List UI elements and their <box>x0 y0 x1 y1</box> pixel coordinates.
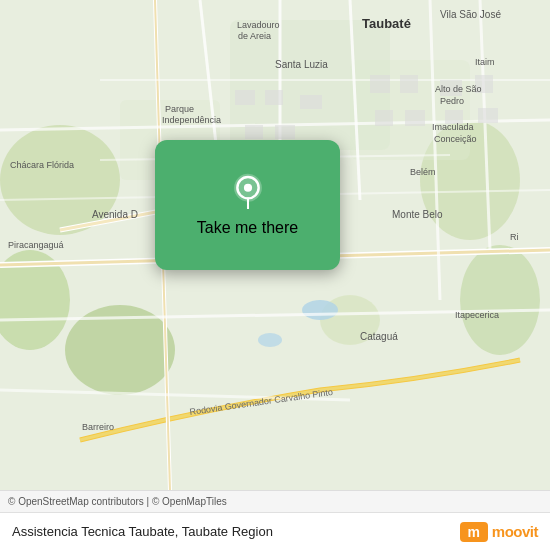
attribution-text: © OpenStreetMap contributors | © OpenMap… <box>8 496 227 507</box>
attribution-bar: © OpenStreetMap contributors | © OpenMap… <box>0 490 550 512</box>
svg-text:Vila São José: Vila São José <box>440 9 501 20</box>
location-pin-icon <box>230 173 266 209</box>
svg-text:Monte Belo: Monte Belo <box>392 209 443 220</box>
svg-rect-37 <box>275 125 295 139</box>
svg-point-67 <box>243 184 251 192</box>
svg-text:Independência: Independência <box>162 115 221 125</box>
svg-text:Parque: Parque <box>165 104 194 114</box>
location-title: Assistencia Tecnica Taubate, Taubate Reg… <box>12 524 273 539</box>
svg-rect-31 <box>300 95 322 109</box>
svg-point-8 <box>258 333 282 347</box>
svg-text:Pedro: Pedro <box>440 96 464 106</box>
svg-rect-39 <box>405 110 425 126</box>
svg-text:Alto de São: Alto de São <box>435 84 482 94</box>
svg-text:Itaim: Itaim <box>475 57 495 67</box>
svg-rect-32 <box>370 75 390 93</box>
svg-text:Cataguá: Cataguá <box>360 331 398 342</box>
svg-text:Taubaté: Taubaté <box>362 16 411 31</box>
svg-rect-38 <box>375 110 393 126</box>
svg-text:Lavadouro: Lavadouro <box>237 20 280 30</box>
svg-text:Imaculada: Imaculada <box>432 122 474 132</box>
svg-text:Barreiro: Barreiro <box>82 422 114 432</box>
svg-point-7 <box>302 300 338 320</box>
svg-text:Chácara Flórida: Chácara Flórida <box>10 160 74 170</box>
svg-text:Conceição: Conceição <box>434 134 477 144</box>
svg-rect-33 <box>400 75 418 93</box>
title-bar: Assistencia Tecnica Taubate, Taubate Reg… <box>0 512 550 550</box>
svg-rect-36 <box>245 125 263 139</box>
svg-text:Belém: Belém <box>410 167 436 177</box>
svg-rect-29 <box>235 90 255 105</box>
svg-text:de Areia: de Areia <box>238 31 271 41</box>
svg-text:Avenida D: Avenida D <box>92 209 138 220</box>
moovit-icon: m <box>460 522 488 542</box>
moovit-logo: m moovit <box>460 522 538 542</box>
svg-text:Santa Luzia: Santa Luzia <box>275 59 328 70</box>
svg-text:Itapecerica: Itapecerica <box>455 310 499 320</box>
moovit-brand-name: moovit <box>492 523 538 540</box>
map-container[interactable]: Taubaté Vila São José Itaim Alto de São … <box>0 0 550 490</box>
svg-point-5 <box>460 245 540 355</box>
svg-rect-41 <box>478 108 498 123</box>
take-me-there-popup[interactable]: Take me there <box>155 140 340 270</box>
svg-text:Piracangaguá: Piracangaguá <box>8 240 64 250</box>
svg-text:Ri: Ri <box>510 232 519 242</box>
popup-label: Take me there <box>197 219 298 237</box>
svg-rect-30 <box>265 90 283 105</box>
